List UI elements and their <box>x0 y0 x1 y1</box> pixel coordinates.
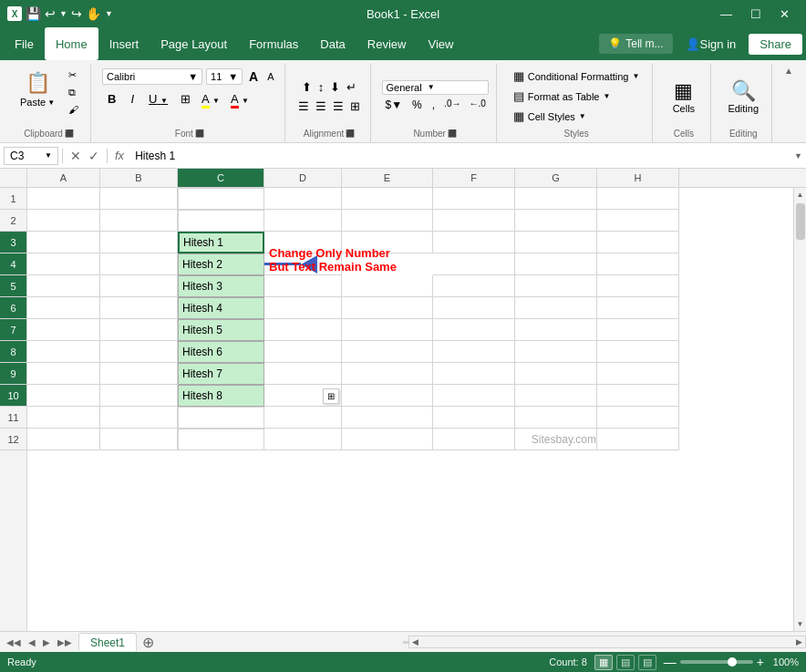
align-right-btn[interactable]: ☰ <box>331 98 346 115</box>
col-header-e[interactable]: E <box>342 169 433 187</box>
normal-view-btn[interactable]: ▦ <box>594 655 613 670</box>
menu-view[interactable]: View <box>417 27 464 60</box>
redo-btn[interactable]: ↪ <box>71 6 82 21</box>
nav-next-btn[interactable]: ▶ <box>40 636 53 649</box>
alignment-label[interactable]: Alignment ⬛ <box>296 125 363 139</box>
cell-c12[interactable] <box>178 429 264 450</box>
cell-f2[interactable] <box>433 210 515 232</box>
cell-e9[interactable] <box>342 363 433 385</box>
cell-d10[interactable]: ⊞ <box>264 385 342 407</box>
cell-e8[interactable] <box>342 341 433 363</box>
cell-g7[interactable] <box>515 319 597 341</box>
cell-b3[interactable] <box>100 232 178 253</box>
col-header-a[interactable]: A <box>27 169 100 187</box>
conditional-formatting-btn[interactable]: ▦ Conditional Formatting ▼ <box>508 67 646 85</box>
cell-c4[interactable]: Hitesh 2 <box>178 253 264 275</box>
paste-btn[interactable]: 📋 Paste ▼ <box>15 67 60 111</box>
cell-f4[interactable] <box>433 253 515 275</box>
cell-g11[interactable] <box>515 407 597 429</box>
cell-b7[interactable] <box>100 319 178 341</box>
increase-font-btn[interactable]: A <box>246 67 261 86</box>
font-color-arrow[interactable]: ▼ <box>242 97 249 105</box>
merge-btn[interactable]: ⊞ <box>348 98 362 115</box>
decrease-font-btn[interactable]: A <box>264 69 276 84</box>
cell-h7[interactable] <box>597 319 679 341</box>
cell-e4[interactable]: Change Only Number But Text Remain Same <box>342 253 433 275</box>
cell-e2[interactable] <box>342 210 433 232</box>
cell-g8[interactable] <box>515 341 597 363</box>
cell-h4[interactable] <box>597 253 679 275</box>
tell-me-input[interactable]: 💡 Tell m... <box>599 34 672 54</box>
sheet-tab-sheet1[interactable]: Sheet1 <box>78 633 137 651</box>
scroll-track[interactable] <box>794 202 807 617</box>
cell-b10[interactable] <box>100 385 178 407</box>
borders-btn[interactable]: ⊞ <box>177 90 194 108</box>
comma-btn[interactable]: , <box>429 97 439 113</box>
decrease-decimal-btn[interactable]: ←.0 <box>466 97 488 113</box>
zoom-out-btn[interactable]: — <box>664 655 677 669</box>
wrap-text-btn[interactable]: ↵ <box>345 78 358 96</box>
row-header-1[interactable]: 1 <box>0 188 26 210</box>
cell-d1[interactable] <box>264 188 342 210</box>
increase-decimal-btn[interactable]: .0→ <box>441 97 463 113</box>
cell-a12[interactable] <box>27 429 100 450</box>
bold-btn[interactable]: B <box>102 90 121 108</box>
col-header-b[interactable]: B <box>100 169 178 187</box>
cell-e10[interactable] <box>342 385 433 407</box>
cell-c8[interactable]: Hitesh 6 <box>178 341 264 363</box>
font-label[interactable]: Font ⬛ <box>102 125 276 139</box>
cell-a7[interactable] <box>27 319 100 341</box>
cell-h1[interactable] <box>597 188 679 210</box>
fill-color-btn[interactable]: A ▼ <box>198 90 223 108</box>
cell-g3[interactable] <box>515 232 597 253</box>
cells-btn[interactable]: ▦ Cells <box>667 76 700 118</box>
row-header-10[interactable]: 10 <box>0 385 26 407</box>
menu-page-layout[interactable]: Page Layout <box>150 27 238 60</box>
cell-b9[interactable] <box>100 363 178 385</box>
row-header-2[interactable]: 2 <box>0 210 26 232</box>
cell-f7[interactable] <box>433 319 515 341</box>
align-middle-btn[interactable]: ↕ <box>316 78 326 96</box>
cell-g10[interactable] <box>515 385 597 407</box>
row-header-12[interactable]: 12 <box>0 429 26 450</box>
cell-a6[interactable] <box>27 297 100 319</box>
number-label[interactable]: Number ⬛ <box>382 125 489 139</box>
styles-label[interactable]: Styles <box>508 125 646 139</box>
add-sheet-btn[interactable]: ⊕ <box>137 634 160 651</box>
currency-btn[interactable]: $▼ <box>382 97 407 113</box>
row-header-3[interactable]: 3 <box>0 232 26 253</box>
confirm-formula-btn[interactable]: ✓ <box>85 149 103 163</box>
cancel-formula-btn[interactable]: ✕ <box>67 149 85 163</box>
col-header-h[interactable]: H <box>597 169 679 187</box>
cell-h10[interactable] <box>597 385 679 407</box>
minimize-btn[interactable]: — <box>711 0 741 27</box>
sign-in-btn[interactable]: 👤 Sign in <box>677 37 746 51</box>
paste-arrow[interactable]: ▼ <box>47 98 55 107</box>
cells-group-label[interactable]: Cells <box>664 125 703 139</box>
cell-g4[interactable] <box>515 253 597 275</box>
cell-b4[interactable] <box>100 253 178 275</box>
cell-a4[interactable] <box>27 253 100 275</box>
cell-h9[interactable] <box>597 363 679 385</box>
cell-g6[interactable] <box>515 297 597 319</box>
cell-e5[interactable] <box>342 275 433 297</box>
row-header-8[interactable]: 8 <box>0 341 26 363</box>
cell-d5[interactable] <box>264 275 342 297</box>
cell-h6[interactable] <box>597 297 679 319</box>
row-header-6[interactable]: 6 <box>0 297 26 319</box>
cut-btn[interactable]: ✂ <box>64 67 83 83</box>
align-left-btn[interactable]: ☰ <box>296 98 311 115</box>
row-header-5[interactable]: 5 <box>0 275 26 297</box>
cell-styles-btn[interactable]: ▦ Cell Styles ▼ <box>508 108 592 125</box>
scroll-right-btn[interactable]: ▶ <box>793 637 805 646</box>
page-layout-view-btn[interactable]: ▤ <box>616 655 635 670</box>
clipboard-label[interactable]: Clipboard ⬛ <box>15 125 83 139</box>
corner-cell[interactable] <box>0 169 27 187</box>
nav-prev-btn[interactable]: ◀ <box>26 636 38 649</box>
cell-b2[interactable] <box>100 210 178 232</box>
nav-first-btn[interactable]: ◀◀ <box>4 636 24 649</box>
copy-btn[interactable]: ⧉ <box>64 85 83 100</box>
formula-input[interactable] <box>131 148 790 164</box>
cell-h11[interactable] <box>597 407 679 429</box>
cell-a1[interactable] <box>27 188 100 210</box>
